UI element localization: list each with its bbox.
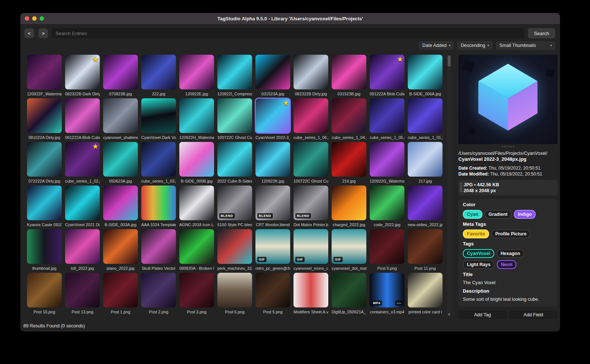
- thumbnail[interactable]: [217, 55, 252, 89]
- thumbnail[interactable]: [179, 142, 214, 177]
- grid-item[interactable]: 082322B Dirty.jpg: [294, 55, 328, 98]
- thumbnail[interactable]: [370, 229, 404, 264]
- grid-item[interactable]: 050623A.jpg: [103, 142, 138, 186]
- grid-item[interactable]: 080920A - Broken I: [179, 229, 214, 273]
- grid-item[interactable]: ★CyanVoxel 2022-3_: [255, 98, 290, 142]
- grid-item[interactable]: cyanvoxel_shattere: [103, 98, 138, 142]
- grid-item[interactable]: Post 5.png: [255, 273, 290, 316]
- grid-item[interactable]: B-SIDE_006A.jpg: [408, 55, 442, 98]
- grid-item[interactable]: BLENDDot Matrix Printer.b: [294, 186, 328, 229]
- grid-item[interactable]: Skull Plates Vector: [141, 229, 176, 273]
- thumbnail[interactable]: [103, 273, 138, 307]
- grid-item[interactable]: printed color card i: [408, 273, 442, 316]
- thumbnail[interactable]: [370, 142, 404, 177]
- grid-item[interactable]: 2022 Cube B-Sides: [217, 142, 252, 186]
- grid-item[interactable]: ★cube_series_1_02.j: [65, 142, 100, 186]
- thumbnail[interactable]: [27, 186, 62, 220]
- grid-item[interactable]: GIFcyanvoxel_dot_mat: [332, 229, 366, 273]
- thumbnail[interactable]: [141, 273, 176, 307]
- thumbnail[interactable]: ★: [65, 142, 100, 177]
- thumbnail[interactable]: [294, 98, 328, 133]
- grid-item[interactable]: MP4-:--containers_v3.mp4: [370, 273, 404, 316]
- thumbnail-selected[interactable]: ★: [255, 98, 290, 133]
- thumbnail[interactable]: [141, 142, 176, 177]
- grid-item[interactable]: charged_2022.jpg: [332, 186, 366, 229]
- grid-item[interactable]: Post 2.png: [141, 273, 176, 316]
- thumbnail-size-dropdown[interactable]: Small Thumbnails ▾: [496, 41, 555, 50]
- thumbnail[interactable]: [27, 229, 62, 264]
- thumbnail[interactable]: ★: [370, 55, 404, 89]
- thumbnail[interactable]: MP4-:--: [370, 273, 404, 307]
- grid-item[interactable]: 100722C Ghost Cub: [217, 98, 252, 142]
- thumbnail[interactable]: [294, 55, 328, 89]
- thumbnail[interactable]: [332, 273, 366, 307]
- thumbnail[interactable]: ★: [65, 55, 100, 89]
- thumbnail[interactable]: [217, 98, 252, 133]
- thumbnail[interactable]: [179, 229, 214, 264]
- thumbnail[interactable]: [370, 186, 404, 220]
- thumbnail[interactable]: [217, 273, 252, 307]
- forward-button[interactable]: >: [38, 28, 48, 38]
- grid-item[interactable]: cube_series_1_01.j: [408, 98, 442, 142]
- grid-item[interactable]: 120922K.jpg: [255, 142, 290, 186]
- grid-item[interactable]: Post 6.png: [217, 273, 252, 316]
- thumbnail[interactable]: [255, 55, 290, 89]
- add-tag-button[interactable]: Add Tag: [458, 310, 507, 319]
- thumbnail[interactable]: GIF: [294, 229, 328, 264]
- grid-item[interactable]: cube_series_1_06.j: [294, 98, 328, 142]
- thumbnail[interactable]: [217, 229, 252, 264]
- grid-item[interactable]: Post 11.png: [408, 229, 442, 273]
- thumbnail[interactable]: [408, 55, 442, 89]
- thumbnail[interactable]: [65, 273, 100, 307]
- grid-item[interactable]: AGNC-2018 Icon Lo: [179, 186, 214, 229]
- thumbnail[interactable]: [408, 186, 442, 220]
- thumbnail[interactable]: [103, 142, 138, 177]
- tag-neon[interactable]: Neon: [497, 260, 516, 269]
- thumbnail[interactable]: [408, 98, 442, 133]
- grid-item[interactable]: B-SIDE_005B.jpg: [179, 142, 214, 186]
- thumbnail[interactable]: [255, 142, 290, 177]
- thumbnail[interactable]: [27, 55, 62, 89]
- tag-gradient[interactable]: Gradient: [485, 210, 512, 219]
- grid-scrollbar[interactable]: ▼: [447, 55, 451, 318]
- grid-item[interactable]: 072222A Dirty.jpg: [27, 142, 62, 186]
- grid-item[interactable]: 120922I_Compress: [217, 55, 252, 98]
- tag-profile-picture[interactable]: Profile Picture: [491, 229, 531, 238]
- grid-item[interactable]: Post 3.png: [179, 273, 214, 316]
- thumbnail[interactable]: GIF: [332, 229, 366, 264]
- thumbnail[interactable]: [294, 142, 328, 177]
- tag-hexagon[interactable]: Hexagon: [496, 249, 524, 258]
- add-field-button[interactable]: Add Field: [509, 310, 558, 319]
- grid-item[interactable]: DigItUp_050621A_S: [332, 273, 366, 316]
- thumbnail[interactable]: [141, 98, 176, 133]
- tag-cyan[interactable]: Cyan: [463, 210, 482, 219]
- grid-item[interactable]: 091222A Blob Cube: [65, 98, 100, 142]
- grid-item[interactable]: Kyanos Caste 0910: [27, 186, 62, 229]
- grid-item[interactable]: Post 10.png: [27, 273, 62, 316]
- grid-item[interactable]: 120922H_Watermar: [179, 98, 214, 142]
- thumbnail[interactable]: [332, 142, 366, 177]
- thumbnail[interactable]: [408, 273, 442, 307]
- thumbnail[interactable]: GIF: [255, 229, 290, 264]
- tag-indigo[interactable]: Indigo: [514, 210, 536, 219]
- close-window-icon[interactable]: [25, 16, 29, 21]
- grid-item[interactable]: piano_2022.jpg: [103, 229, 138, 273]
- title-value[interactable]: The Cyan Voxel: [463, 280, 553, 286]
- grid-item[interactable]: lofi_2022.jpg: [65, 229, 100, 273]
- grid-item[interactable]: code_2022.jpg: [370, 186, 404, 229]
- grid-item[interactable]: 120922E.jpg: [179, 55, 214, 98]
- thumbnail[interactable]: [65, 98, 100, 133]
- back-button[interactable]: <: [24, 28, 34, 38]
- thumbnail[interactable]: [370, 98, 404, 133]
- thumbnail[interactable]: [65, 229, 100, 264]
- panel-drag-handle[interactable]: [458, 144, 557, 149]
- thumbnail[interactable]: [27, 142, 62, 177]
- description-value[interactable]: Some sort of bright teal looking cube.: [463, 296, 553, 302]
- grid-item[interactable]: B-SIDE_003A.jpg: [103, 186, 138, 229]
- thumbnail[interactable]: [27, 273, 62, 307]
- thumbnail[interactable]: [103, 186, 138, 220]
- thumbnail[interactable]: [103, 229, 138, 264]
- thumbnail[interactable]: [332, 98, 366, 133]
- tag-light-rays[interactable]: Light Rays: [463, 260, 495, 269]
- grid-item[interactable]: Modifiers Sheet A v: [294, 273, 328, 316]
